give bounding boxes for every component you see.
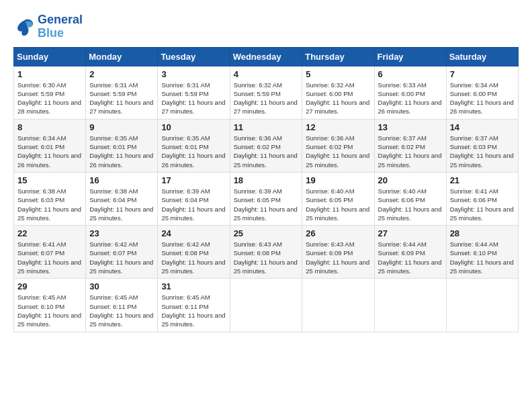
calendar-day-cell	[230, 279, 302, 332]
day-info: Sunrise: 6:32 AM Sunset: 5:59 PM Dayligh…	[234, 81, 299, 116]
day-info: Sunrise: 6:35 AM Sunset: 6:01 PM Dayligh…	[89, 134, 154, 169]
day-info: Sunrise: 6:34 AM Sunset: 6:01 PM Dayligh…	[17, 134, 82, 169]
logo-text: General Blue	[38, 13, 83, 40]
day-number: 20	[378, 175, 443, 185]
calendar-day-cell: 15 Sunrise: 6:38 AM Sunset: 6:03 PM Dayl…	[14, 172, 86, 225]
day-number: 16	[89, 175, 154, 185]
day-number: 5	[306, 69, 370, 79]
day-number: 6	[378, 69, 443, 79]
day-number: 9	[89, 122, 154, 132]
calendar-day-cell	[446, 279, 518, 332]
day-info: Sunrise: 6:37 AM Sunset: 6:02 PM Dayligh…	[378, 134, 443, 169]
day-number: 28	[450, 228, 515, 238]
day-number: 11	[234, 122, 299, 132]
calendar-day-cell: 23 Sunrise: 6:42 AM Sunset: 6:07 PM Dayl…	[86, 226, 158, 279]
day-number: 4	[234, 69, 299, 79]
weekday-header: Friday	[374, 47, 446, 66]
calendar-day-cell: 1 Sunrise: 6:30 AM Sunset: 5:59 PM Dayli…	[14, 66, 86, 119]
day-number: 13	[378, 122, 443, 132]
calendar-day-cell: 6 Sunrise: 6:33 AM Sunset: 6:00 PM Dayli…	[374, 66, 446, 119]
calendar-day-cell: 8 Sunrise: 6:34 AM Sunset: 6:01 PM Dayli…	[14, 119, 86, 172]
weekday-header: Wednesday	[230, 47, 302, 66]
calendar-day-cell: 11 Sunrise: 6:36 AM Sunset: 6:02 PM Dayl…	[230, 119, 302, 172]
day-number: 24	[161, 228, 226, 238]
page-header: General Blue	[13, 13, 519, 40]
day-number: 18	[234, 175, 299, 185]
day-number: 1	[17, 69, 82, 79]
day-number: 23	[89, 228, 154, 238]
calendar-day-cell: 3 Sunrise: 6:31 AM Sunset: 5:59 PM Dayli…	[158, 66, 230, 119]
logo: General Blue	[13, 13, 83, 40]
day-number: 22	[17, 228, 82, 238]
calendar-day-cell: 14 Sunrise: 6:37 AM Sunset: 6:03 PM Dayl…	[446, 119, 518, 172]
calendar-header-row: SundayMondayTuesdayWednesdayThursdayFrid…	[14, 47, 519, 66]
day-info: Sunrise: 6:45 AM Sunset: 6:10 PM Dayligh…	[17, 293, 82, 328]
day-info: Sunrise: 6:42 AM Sunset: 6:07 PM Dayligh…	[89, 240, 154, 275]
day-info: Sunrise: 6:32 AM Sunset: 6:00 PM Dayligh…	[306, 81, 370, 116]
calendar-day-cell	[302, 279, 374, 332]
calendar-day-cell	[374, 279, 446, 332]
day-number: 2	[89, 69, 154, 79]
day-number: 26	[306, 228, 370, 238]
day-info: Sunrise: 6:40 AM Sunset: 6:06 PM Dayligh…	[378, 187, 443, 222]
calendar-day-cell: 10 Sunrise: 6:35 AM Sunset: 6:01 PM Dayl…	[158, 119, 230, 172]
calendar-day-cell: 29 Sunrise: 6:45 AM Sunset: 6:10 PM Dayl…	[14, 279, 86, 332]
day-info: Sunrise: 6:30 AM Sunset: 5:59 PM Dayligh…	[17, 81, 82, 116]
day-info: Sunrise: 6:45 AM Sunset: 6:11 PM Dayligh…	[161, 293, 226, 328]
calendar-day-cell: 24 Sunrise: 6:42 AM Sunset: 6:08 PM Dayl…	[158, 226, 230, 279]
weekday-header: Monday	[86, 47, 158, 66]
day-info: Sunrise: 6:36 AM Sunset: 6:02 PM Dayligh…	[306, 134, 370, 169]
day-number: 7	[450, 69, 515, 79]
day-info: Sunrise: 6:40 AM Sunset: 6:05 PM Dayligh…	[306, 187, 370, 222]
day-number: 21	[450, 175, 515, 185]
logo-icon	[13, 16, 35, 38]
calendar-week-row: 22 Sunrise: 6:41 AM Sunset: 6:07 PM Dayl…	[14, 226, 519, 279]
day-number: 10	[161, 122, 226, 132]
calendar-day-cell: 27 Sunrise: 6:44 AM Sunset: 6:09 PM Dayl…	[374, 226, 446, 279]
day-info: Sunrise: 6:41 AM Sunset: 6:07 PM Dayligh…	[17, 240, 82, 275]
calendar-day-cell: 12 Sunrise: 6:36 AM Sunset: 6:02 PM Dayl…	[302, 119, 374, 172]
day-number: 3	[161, 69, 226, 79]
day-number: 27	[378, 228, 443, 238]
day-info: Sunrise: 6:36 AM Sunset: 6:02 PM Dayligh…	[234, 134, 299, 169]
calendar-day-cell: 22 Sunrise: 6:41 AM Sunset: 6:07 PM Dayl…	[14, 226, 86, 279]
day-info: Sunrise: 6:38 AM Sunset: 6:04 PM Dayligh…	[89, 187, 154, 222]
calendar-day-cell: 30 Sunrise: 6:45 AM Sunset: 6:11 PM Dayl…	[86, 279, 158, 332]
calendar-day-cell: 5 Sunrise: 6:32 AM Sunset: 6:00 PM Dayli…	[302, 66, 374, 119]
day-number: 25	[234, 228, 299, 238]
calendar-day-cell: 20 Sunrise: 6:40 AM Sunset: 6:06 PM Dayl…	[374, 172, 446, 225]
day-number: 31	[161, 281, 226, 291]
day-info: Sunrise: 6:35 AM Sunset: 6:01 PM Dayligh…	[161, 134, 226, 169]
day-info: Sunrise: 6:45 AM Sunset: 6:11 PM Dayligh…	[89, 293, 154, 328]
day-number: 29	[17, 281, 82, 291]
calendar-day-cell: 21 Sunrise: 6:41 AM Sunset: 6:06 PM Dayl…	[446, 172, 518, 225]
day-info: Sunrise: 6:41 AM Sunset: 6:06 PM Dayligh…	[450, 187, 515, 222]
day-info: Sunrise: 6:38 AM Sunset: 6:03 PM Dayligh…	[17, 187, 82, 222]
calendar-day-cell: 18 Sunrise: 6:39 AM Sunset: 6:05 PM Dayl…	[230, 172, 302, 225]
calendar-day-cell: 19 Sunrise: 6:40 AM Sunset: 6:05 PM Dayl…	[302, 172, 374, 225]
calendar-day-cell: 4 Sunrise: 6:32 AM Sunset: 5:59 PM Dayli…	[230, 66, 302, 119]
calendar-day-cell: 9 Sunrise: 6:35 AM Sunset: 6:01 PM Dayli…	[86, 119, 158, 172]
day-info: Sunrise: 6:34 AM Sunset: 6:00 PM Dayligh…	[450, 81, 515, 116]
weekday-header: Saturday	[446, 47, 518, 66]
day-info: Sunrise: 6:43 AM Sunset: 6:08 PM Dayligh…	[234, 240, 299, 275]
calendar-table: SundayMondayTuesdayWednesdayThursdayFrid…	[13, 47, 519, 332]
calendar-week-row: 15 Sunrise: 6:38 AM Sunset: 6:03 PM Dayl…	[14, 172, 519, 225]
day-info: Sunrise: 6:31 AM Sunset: 5:59 PM Dayligh…	[89, 81, 154, 116]
day-number: 12	[306, 122, 370, 132]
day-number: 17	[161, 175, 226, 185]
calendar-day-cell: 31 Sunrise: 6:45 AM Sunset: 6:11 PM Dayl…	[158, 279, 230, 332]
weekday-header: Thursday	[302, 47, 374, 66]
day-number: 14	[450, 122, 515, 132]
day-info: Sunrise: 6:44 AM Sunset: 6:09 PM Dayligh…	[378, 240, 443, 275]
calendar-day-cell: 17 Sunrise: 6:39 AM Sunset: 6:04 PM Dayl…	[158, 172, 230, 225]
calendar-day-cell: 26 Sunrise: 6:43 AM Sunset: 6:09 PM Dayl…	[302, 226, 374, 279]
weekday-header: Sunday	[14, 47, 86, 66]
day-info: Sunrise: 6:37 AM Sunset: 6:03 PM Dayligh…	[450, 134, 515, 169]
day-info: Sunrise: 6:39 AM Sunset: 6:05 PM Dayligh…	[234, 187, 299, 222]
calendar-day-cell: 7 Sunrise: 6:34 AM Sunset: 6:00 PM Dayli…	[446, 66, 518, 119]
calendar-day-cell: 28 Sunrise: 6:44 AM Sunset: 6:10 PM Dayl…	[446, 226, 518, 279]
day-info: Sunrise: 6:31 AM Sunset: 5:59 PM Dayligh…	[161, 81, 226, 116]
calendar-week-row: 8 Sunrise: 6:34 AM Sunset: 6:01 PM Dayli…	[14, 119, 519, 172]
day-number: 15	[17, 175, 82, 185]
